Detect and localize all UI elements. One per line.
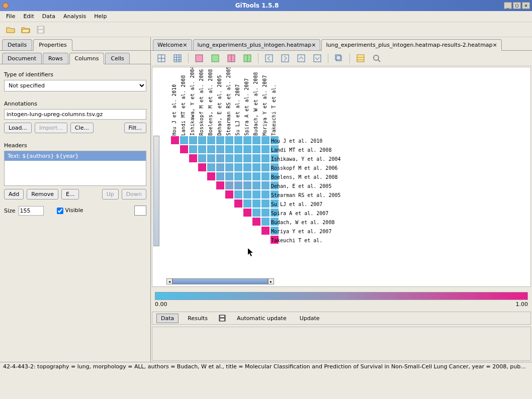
heatmap-cell[interactable] [252,217,261,226]
doc-tab-heatmap-1[interactable]: lung_experiments_plus_intogen.heatmap× [193,39,321,50]
move-up-icon[interactable] [296,53,307,64]
heatmap-cell[interactable] [180,136,189,145]
heatmap-cell[interactable] [252,145,261,154]
subtab-cells[interactable]: Cells [105,53,129,64]
heatmap-cell[interactable] [252,136,261,145]
heatmap-row-label[interactable]: Hou J et al. 2010 [271,137,340,146]
heatmap-cell[interactable] [207,163,216,172]
heatmap-row-label[interactable]: Landi MT et al. 2008 [271,146,340,155]
heatmap-cell[interactable] [225,181,234,190]
save-small-icon[interactable] [217,313,228,324]
close-button[interactable]: ✕ [522,2,530,9]
heatmap-cell[interactable] [216,181,225,190]
heatmap-col-label[interactable]: Budach, W et al. 2008 [253,72,258,136]
annotations-input[interactable] [4,109,146,120]
heatmap-cell[interactable] [234,190,243,199]
up-button[interactable]: Up [102,189,119,200]
heatmap-cell[interactable] [243,172,252,181]
heatmap-row-label[interactable]: Ishikawa, Y et al. 2004 [271,155,340,164]
heatmap-viewer[interactable]: Hou J et al. 2010Landi MT et al. 2008Ish… [152,67,531,287]
heatmap-cell[interactable] [225,190,234,199]
heatmap-cell[interactable] [243,199,252,208]
heatmap-cell[interactable] [216,136,225,145]
heatmap-cell[interactable] [234,163,243,172]
heatmap-cell[interactable] [234,136,243,145]
type-of-identifiers-select[interactable]: Not specified [4,80,146,91]
bottom-tab-results[interactable]: Results [184,314,212,323]
heatmap-cell[interactable] [261,181,270,190]
close-icon[interactable]: × [493,42,497,48]
clear-button[interactable]: Cle... [70,123,94,133]
open-folder-icon[interactable] [20,24,31,35]
headers-list[interactable]: Text: ${authors} ${year} [4,151,146,186]
heatmap-cell[interactable] [243,154,252,163]
heatmap-cell[interactable] [216,163,225,172]
heatmap-cell[interactable] [198,136,207,145]
automatic-update-button[interactable]: Automatic update [233,314,291,323]
heatmap-col-label[interactable]: Boelens, M et al. 2008 [208,69,213,136]
show-cols-icon[interactable] [242,53,253,64]
import-button[interactable]: Import... [35,123,67,133]
filter-button[interactable]: Filt... [124,123,146,133]
size-spinner[interactable] [19,206,44,216]
heatmap-cell[interactable] [243,163,252,172]
heatmap-cell[interactable] [216,172,225,181]
menu-analysis[interactable]: Analysis [59,12,90,21]
tab-properties[interactable]: Properties [33,39,72,51]
heatmap-col-label[interactable]: Ishikawa, Y et al. 2004 [190,67,195,136]
tab-details[interactable]: Details [2,39,32,50]
heatmap-row-label[interactable]: Dehan, E et al. 2005 [271,182,340,191]
heatmap-cell[interactable] [261,199,270,208]
headers-list-item[interactable]: Text: ${authors} ${year} [5,151,146,161]
heatmap-cell[interactable] [207,145,216,154]
add-button[interactable]: Add [4,189,24,200]
heatmap-cell[interactable] [234,172,243,181]
heatmap-cell[interactable] [252,208,261,217]
heatmap-cell[interactable] [252,190,261,199]
menu-edit[interactable]: Edit [19,12,38,21]
edit-button[interactable]: E... [61,189,79,200]
heatmap-cell[interactable] [252,154,261,163]
heatmap-cell[interactable] [225,163,234,172]
heatmap-row-label[interactable]: Stearman RS et al. 2005 [271,191,340,200]
down-button[interactable]: Down [122,189,146,200]
open-icon[interactable] [5,24,16,35]
vertical-scrollbar[interactable] [153,136,159,246]
heatmap-cell[interactable] [189,145,198,154]
heatmap-col-label[interactable]: Su LJ et al. 2007 [235,84,240,136]
close-icon[interactable]: × [183,42,187,48]
scrollbar-track[interactable] [172,278,268,284]
update-button[interactable]: Update [296,314,324,323]
heatmap-cell[interactable] [207,136,216,145]
move-down-icon[interactable] [312,53,323,64]
heatmap-col-label[interactable]: Stearman RS et al. 2005 [226,67,231,136]
visible-checkbox[interactable] [57,208,63,214]
heatmap-col-label[interactable]: Landi MT et al. 2008 [181,75,186,136]
show-rows-icon[interactable] [210,53,221,64]
heatmap-col-label[interactable]: Takeuchi T et al. [271,84,277,136]
move-left-icon[interactable] [263,53,275,64]
heatmap-row-label[interactable]: Rosskopf M et al. 2006 [271,164,340,173]
doc-tab-heatmap-2[interactable]: lung_experiments_plus_intogen.heatmap-re… [321,39,501,51]
menu-file[interactable]: File [2,12,19,21]
bottom-tab-data[interactable]: Data [156,314,179,323]
heatmap-col-label[interactable]: Spira A et al. 2007 [244,78,249,136]
menu-help[interactable]: Help [90,12,111,21]
heatmap-cell[interactable] [261,226,270,235]
heatmap-cell[interactable] [243,190,252,199]
doc-tab-welcome[interactable]: Welcome× [153,39,192,50]
heatmap-cell[interactable] [261,136,270,145]
heatmap-cell[interactable] [189,154,198,163]
heatmap-cell[interactable] [243,145,252,154]
subtab-columns[interactable]: Columns [69,53,105,64]
grid-single-icon[interactable] [156,53,167,64]
search-icon[interactable] [371,53,382,64]
heatmap-row-label[interactable]: Spira A et al. 2007 [271,209,340,218]
heatmap-cell[interactable] [225,172,234,181]
subtab-document[interactable]: Document [2,53,42,64]
heatmap-cell[interactable] [198,145,207,154]
move-right-icon[interactable] [280,53,291,64]
hide-cols-icon[interactable] [226,53,237,64]
heatmap-cell[interactable] [234,154,243,163]
heatmap-row-label[interactable]: Su LJ et al. 2007 [271,200,340,209]
